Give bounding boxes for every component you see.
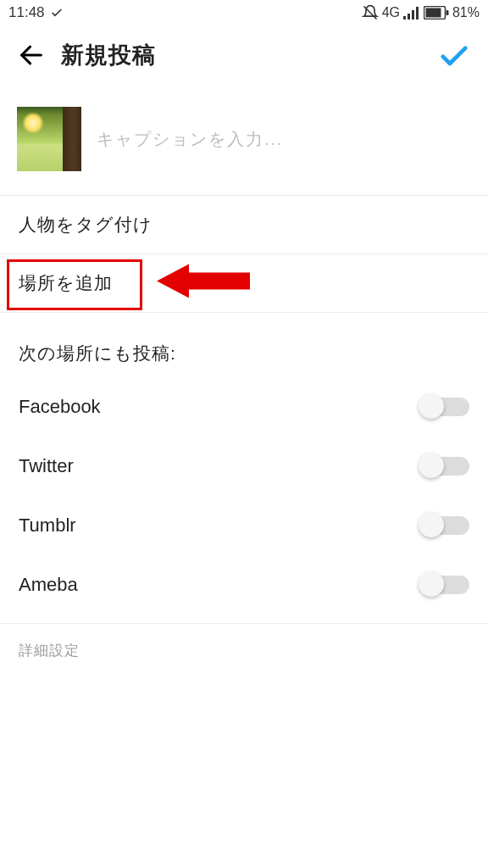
status-time: 11:48	[8, 4, 45, 21]
svg-rect-7	[446, 10, 448, 15]
post-thumbnail[interactable]	[17, 107, 81, 171]
back-button[interactable]	[17, 41, 54, 70]
arrow-left-icon	[17, 41, 46, 70]
advanced-settings-link[interactable]: 詳細設定	[0, 624, 488, 677]
app-header: 新規投稿	[0, 25, 488, 85]
annotation-arrow	[157, 262, 250, 305]
signal-icon	[403, 6, 420, 19]
share-platform-label: Tumblr	[19, 515, 76, 537]
arrow-left-red-icon	[157, 262, 250, 301]
toggle-ameba[interactable]	[422, 576, 469, 594]
svg-rect-6	[425, 8, 441, 18]
caption-input[interactable]	[97, 130, 471, 149]
caption-row	[0, 85, 488, 196]
share-row-tumblr: Tumblr	[0, 496, 488, 555]
confirm-button[interactable]	[434, 38, 471, 72]
svg-marker-9	[157, 264, 250, 298]
svg-rect-4	[416, 7, 419, 19]
share-row-twitter: Twitter	[0, 437, 488, 496]
checkmark-icon	[437, 38, 471, 72]
add-location-row[interactable]: 場所を追加	[0, 254, 488, 313]
tag-people-label: 人物をタグ付け	[19, 214, 152, 234]
svg-rect-2	[408, 14, 410, 19]
toggle-facebook[interactable]	[422, 398, 469, 416]
tag-people-row[interactable]: 人物をタグ付け	[0, 196, 488, 254]
checkmark-small-icon	[50, 6, 64, 19]
share-platform-label: Facebook	[19, 396, 101, 418]
svg-rect-1	[403, 16, 406, 19]
advanced-settings-label: 詳細設定	[19, 643, 80, 659]
share-section-label: 次の場所にも投稿:	[0, 313, 488, 377]
page-title: 新規投稿	[54, 40, 434, 70]
battery-pct: 81%	[452, 5, 480, 20]
toggle-twitter[interactable]	[422, 457, 469, 476]
status-left: 11:48	[8, 4, 64, 21]
share-row-facebook: Facebook	[0, 377, 488, 437]
status-right: 4G 81%	[362, 4, 480, 21]
mute-icon	[362, 4, 379, 21]
status-bar: 11:48 4G 81%	[0, 0, 488, 25]
share-row-ameba: Ameba	[0, 555, 488, 615]
network-label: 4G	[382, 5, 400, 20]
share-platform-label: Twitter	[19, 455, 74, 477]
share-list: Facebook Twitter Tumblr Ameba	[0, 377, 488, 624]
battery-icon	[424, 6, 449, 19]
svg-rect-3	[412, 10, 414, 19]
add-location-label: 場所を追加	[19, 271, 113, 295]
share-platform-label: Ameba	[19, 574, 78, 596]
toggle-tumblr[interactable]	[422, 516, 469, 535]
